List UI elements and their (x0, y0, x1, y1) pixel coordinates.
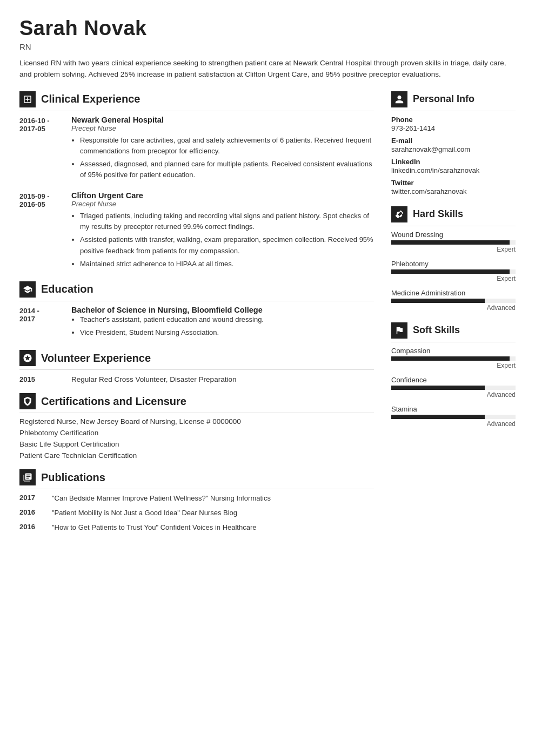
soft-skill-1: Compassion Expert (391, 347, 516, 369)
pub-date-1: 2017 (19, 494, 43, 504)
soft-skill-2-level: Advanced (391, 391, 516, 399)
clinical-experience-title: Clinical Experience (41, 93, 140, 105)
resume-header: Sarah Novak RN Licensed RN with two year… (19, 17, 516, 80)
clinical-entry-1-role: Precept Nurse (71, 124, 374, 132)
clinical-entry-2-role: Precept Nurse (71, 200, 374, 208)
education-section: Education 2014 -2017 Bachelor of Science… (19, 281, 374, 340)
hard-skill-3-level: Advanced (391, 304, 516, 312)
bullet: Teacher's assistant, patient education a… (80, 314, 374, 325)
education-icon (19, 281, 36, 298)
bullet: Triaged patients, including taking and r… (80, 211, 374, 232)
hard-skill-2-fill (391, 269, 510, 274)
hard-skill-3-fill (391, 299, 485, 303)
bullet: Maintained strict adherence to HIPAA at … (80, 259, 374, 269)
education-header: Education (19, 281, 374, 301)
hard-skill-3-name: Medicine Administration (391, 289, 516, 297)
soft-skills-section: Soft Skills Compassion Expert Confidence… (391, 322, 516, 428)
clinical-entry-2-org: Clifton Urgent Care (71, 191, 374, 200)
pub-text-3: "How to Get Patients to Trust You" Confi… (52, 523, 257, 533)
phone-value: 973-261-1414 (391, 124, 516, 132)
soft-skill-2-bar (391, 386, 516, 390)
hard-skill-2-level: Expert (391, 275, 516, 282)
certifications-header: Certifications and Licensure (19, 393, 374, 413)
pub-date-3: 2016 (19, 523, 43, 533)
hard-skill-3: Medicine Administration Advanced (391, 289, 516, 312)
education-entry-1-org: Bachelor of Science in Nursing, Bloomfie… (71, 306, 374, 314)
soft-skill-3-bar (391, 415, 516, 419)
candidate-name: Sarah Novak (19, 17, 516, 40)
hard-skill-1-fill (391, 240, 510, 245)
phone-label: Phone (391, 116, 516, 124)
personal-info-header: Personal Info (391, 91, 516, 111)
education-entry-1: 2014 -2017 Bachelor of Science in Nursin… (19, 306, 374, 340)
pub-text-1: "Can Bedside Manner Improve Patient Well… (52, 494, 271, 504)
certifications-title: Certifications and Licensure (41, 395, 186, 408)
publications-title: Publications (41, 471, 105, 484)
soft-skills-title: Soft Skills (413, 325, 460, 336)
volunteer-section: Volunteer Experience 2015 Regular Red Cr… (19, 350, 374, 383)
clinical-entry-2-content: Clifton Urgent Care Precept Nurse Triage… (71, 191, 374, 272)
hard-skill-2-bar (391, 269, 516, 274)
bullet: Responsible for care activities, goal an… (80, 135, 374, 157)
linkedin-label: LinkedIn (391, 158, 516, 166)
certifications-icon (19, 393, 36, 409)
publications-section: Publications 2017 "Can Bedside Manner Im… (19, 469, 374, 533)
soft-skill-3-level: Advanced (391, 420, 516, 428)
email-value: sarahznovak@gmail.com (391, 145, 516, 153)
clinical-experience-section: Clinical Experience 2016-10 -2017-05 New… (19, 91, 374, 272)
left-column: Clinical Experience 2016-10 -2017-05 New… (19, 91, 374, 543)
pub-entry-1: 2017 "Can Bedside Manner Improve Patient… (19, 494, 374, 504)
candidate-title: RN (19, 42, 516, 51)
soft-skill-3-name: Stamina (391, 405, 516, 413)
soft-skill-1-bar (391, 356, 516, 361)
soft-skill-3-fill (391, 415, 485, 419)
clinical-entry-1-content: Newark General Hospital Precept Nurse Re… (71, 116, 374, 183)
hard-skill-1-level: Expert (391, 246, 516, 253)
clinical-entry-1-bullets: Responsible for care activities, goal an… (71, 135, 374, 181)
volunteer-title: Volunteer Experience (41, 352, 151, 364)
hard-skill-1: Wound Dressing Expert (391, 231, 516, 253)
cert-item-3: Basic Life Support Certification (19, 440, 374, 448)
hard-skills-icon (391, 206, 407, 222)
clinical-entry-1-org: Newark General Hospital (71, 116, 374, 124)
hard-skills-title: Hard Skills (413, 208, 463, 220)
bullet: Assisted patients with transfer, walking… (80, 234, 374, 256)
clinical-icon (19, 91, 36, 107)
education-title: Education (41, 283, 93, 295)
publications-icon (19, 469, 36, 485)
clinical-entry-2-bullets: Triaged patients, including taking and r… (71, 211, 374, 269)
linkedin-value: linkedin.com/in/sarahznovak (391, 166, 516, 174)
soft-skill-1-level: Expert (391, 362, 516, 369)
hard-skills-section: Hard Skills Wound Dressing Expert Phlebo… (391, 206, 516, 312)
volunteer-entry-1: 2015 Regular Red Cross Volunteer, Disast… (19, 374, 374, 383)
right-column: Personal Info Phone 973-261-1414 E-mail … (391, 91, 516, 543)
education-entry-1-content: Bachelor of Science in Nursing, Bloomfie… (71, 306, 374, 340)
cert-item-4: Patient Care Technician Certification (19, 451, 374, 460)
personal-info-section: Personal Info Phone 973-261-1414 E-mail … (391, 91, 516, 195)
personal-info-fields: Phone 973-261-1414 E-mail sarahznovak@gm… (391, 116, 516, 195)
bullet: Vice President, Student Nursing Associat… (80, 327, 374, 338)
hard-skill-1-name: Wound Dressing (391, 231, 516, 239)
pub-date-2: 2016 (19, 508, 43, 518)
soft-skills-icon (391, 322, 407, 339)
hard-skills-list: Wound Dressing Expert Phlebotomy Expert … (391, 231, 516, 312)
certifications-section: Certifications and Licensure Registered … (19, 393, 374, 460)
twitter-label: Twitter (391, 179, 516, 187)
cert-item-2: Phlebotomy Certification (19, 429, 374, 437)
volunteer-entry-1-text: Regular Red Cross Volunteer, Disaster Pr… (71, 374, 236, 383)
soft-skills-list: Compassion Expert Confidence Advanced St… (391, 347, 516, 428)
soft-skills-header: Soft Skills (391, 322, 516, 342)
email-label: E-mail (391, 137, 516, 145)
clinical-entry-1-date: 2016-10 -2017-05 (19, 116, 63, 183)
soft-skill-2-fill (391, 386, 485, 390)
education-entry-1-date: 2014 -2017 (19, 306, 63, 340)
hard-skills-header: Hard Skills (391, 206, 516, 226)
twitter-value: twitter.com/sarahznovak (391, 187, 516, 195)
cert-item-1: Registered Nurse, New Jersey Board of Nu… (19, 417, 374, 426)
soft-skill-1-name: Compassion (391, 347, 516, 355)
main-layout: Clinical Experience 2016-10 -2017-05 New… (19, 91, 516, 543)
soft-skill-2-name: Confidence (391, 376, 516, 384)
volunteer-entry-1-date: 2015 (19, 374, 63, 383)
volunteer-header: Volunteer Experience (19, 350, 374, 370)
soft-skill-2: Confidence Advanced (391, 376, 516, 399)
